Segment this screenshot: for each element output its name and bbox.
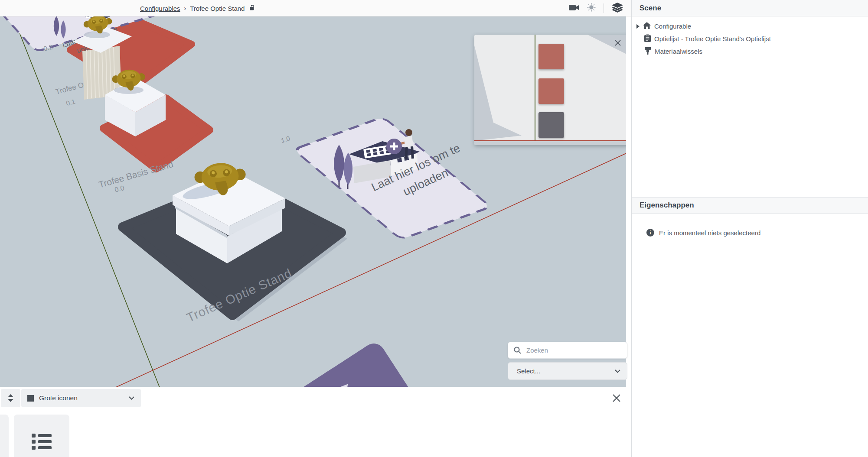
paint-brush-icon [644,47,651,56]
material-swatch[interactable] [538,78,564,104]
home-icon [643,22,651,30]
sidebar-item-label: Materiaalwissels [655,48,702,55]
chevron-down-icon [128,394,135,402]
chevron-down-icon [614,367,621,375]
preview-axis-green [535,35,535,145]
material-swatch[interactable] [538,44,564,69]
preview-bottom-strip [474,141,626,145]
camera-preview-panel [474,35,626,145]
clipboard-icon [644,34,651,43]
close-icon[interactable] [608,390,625,406]
scene-panel-header: Scene [632,0,868,16]
configurator-app: Trofee Optie Stand Laat hier los om te u… [0,0,868,457]
sidebar: Scene Configurable [631,0,868,457]
stand-label-01: 0.1 [65,97,76,107]
asset-panel: Grote iconen [0,387,631,457]
properties-panel-header: Eigenschappen [632,197,868,214]
type-select-value: Select... [517,367,614,375]
video-camera-icon[interactable] [569,4,579,13]
breadcrumb-link-configurables[interactable]: Configurables [140,5,180,12]
scene-panel-title: Scene [640,4,661,13]
viewport-search [508,342,627,359]
asset-tile-partial[interactable] [0,415,9,457]
sun-icon[interactable] [587,3,596,13]
sidebar-item-optielijst[interactable]: Optielijst - Trofee Optie Stand's Optiel… [632,32,868,45]
stand-label-00: 0.0 [114,184,125,194]
list-icon [32,434,52,450]
view-mode-select[interactable]: Grote iconen [21,389,141,407]
breadcrumb-separator: › [184,5,186,12]
topbar-icons [569,0,623,16]
properties-empty-message: Er is momenteel niets geselecteerd [659,229,760,237]
close-icon[interactable] [611,36,624,49]
asset-tile-optionlist[interactable] [14,415,69,457]
info-circle-icon: i [646,229,654,237]
layers-icon[interactable] [612,3,623,14]
stand-label-02: 0.2 [43,43,53,52]
magnifier-icon [513,346,522,356]
material-swatch[interactable] [538,112,564,138]
viewport-gutter [626,16,631,387]
sidebar-item-configurable[interactable]: Configurable [632,20,868,32]
view-mode-value: Grote iconen [39,394,123,402]
sort-vertical-icon[interactable] [1,389,20,407]
floor-label-mid: Trofee Basis Stand [98,159,174,190]
3d-viewport[interactable]: Trofee Optie Stand Laat hier los om te u… [0,16,626,387]
breadcrumb-current: Trofee Optie Stand [190,5,245,12]
sidebar-item-materiaalwissels[interactable]: Materiaalwissels [632,45,868,58]
type-select[interactable]: Select... [508,362,627,380]
unlock-icon[interactable] [248,4,256,13]
properties-panel-title: Eigenschappen [640,201,694,210]
search-input[interactable] [508,342,627,359]
properties-empty-state: i Er is momenteel niets geselecteerd [646,229,760,237]
sidebar-item-label: Optielijst - Trofee Optie Stand's Optiel… [654,35,771,42]
topbar: Configurables › Trofee Optie Stand [0,0,631,16]
arrow-card[interactable] [284,339,427,387]
caret-right-icon[interactable] [636,24,640,29]
sidebar-item-label: Configurable [654,23,691,30]
square-icon [27,395,34,402]
topbar-divider [604,3,604,13]
scene-tree: Configurable Optielijst - Trofee Optie S… [632,16,868,58]
breadcrumb: Configurables › Trofee Optie Stand [140,0,256,16]
dropzone-label-10: 1.0 [280,135,291,144]
